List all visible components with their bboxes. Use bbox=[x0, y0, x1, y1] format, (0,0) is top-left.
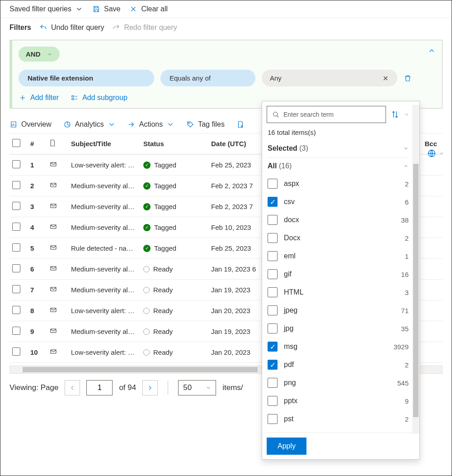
option-checkbox[interactable]: ✓ bbox=[268, 342, 278, 352]
more-tab[interactable] bbox=[236, 120, 245, 129]
filter-option[interactable]: docx38 bbox=[267, 211, 410, 229]
option-label: aspx bbox=[284, 180, 299, 188]
page-total: of 94 bbox=[119, 383, 136, 392]
add-subgroup-button[interactable]: Add subgroup bbox=[71, 94, 127, 102]
option-checkbox[interactable] bbox=[268, 378, 278, 388]
col-status[interactable]: Status bbox=[143, 140, 211, 148]
option-label: eml bbox=[284, 252, 296, 260]
filter-value-pill[interactable]: Any bbox=[262, 70, 397, 86]
filter-option[interactable]: gif16 bbox=[267, 265, 410, 283]
chevron-right-icon bbox=[146, 384, 154, 391]
option-checkbox[interactable] bbox=[268, 251, 278, 261]
filter-option[interactable]: png545 bbox=[267, 374, 410, 392]
svg-point-14 bbox=[273, 112, 278, 116]
filter-option[interactable]: ✓csv6 bbox=[267, 193, 410, 211]
row-checkbox[interactable] bbox=[12, 223, 20, 231]
overview-tab[interactable]: Overview bbox=[9, 120, 52, 129]
filter-field-pill[interactable]: Native file extension bbox=[19, 70, 154, 86]
saved-filter-queries-dropdown[interactable]: Saved filter queries bbox=[9, 5, 83, 13]
filter-option[interactable]: jpeg71 bbox=[267, 301, 410, 319]
select-all-checkbox[interactable] bbox=[12, 139, 20, 147]
col-bcc[interactable]: Bcc bbox=[417, 140, 440, 148]
analytics-tab[interactable]: Analytics bbox=[63, 120, 116, 129]
option-checkbox[interactable] bbox=[268, 179, 278, 189]
row-checkbox[interactable] bbox=[12, 347, 20, 356]
row-checkbox[interactable] bbox=[12, 327, 20, 335]
row-status: ✓Tagged bbox=[143, 244, 211, 252]
row-number: 1 bbox=[30, 161, 48, 169]
page-size-value: 50 bbox=[183, 383, 192, 392]
row-checkbox[interactable] bbox=[12, 306, 20, 314]
globe-dropdown[interactable] bbox=[427, 149, 444, 158]
delete-filter-icon[interactable] bbox=[404, 74, 412, 82]
selected-section-toggle[interactable]: Selected (3) bbox=[267, 140, 410, 157]
dropdown-search-input[interactable]: Enter search term bbox=[267, 106, 386, 123]
option-checkbox[interactable] bbox=[268, 414, 278, 424]
col-number[interactable]: # bbox=[30, 140, 48, 148]
option-checkbox[interactable]: ✓ bbox=[268, 197, 278, 207]
add-filter-button[interactable]: Add filter bbox=[19, 94, 59, 102]
operator-pill[interactable]: AND bbox=[19, 47, 60, 62]
tag-files-tab[interactable]: Tag files bbox=[186, 120, 225, 129]
actions-icon bbox=[127, 120, 136, 129]
option-checkbox[interactable] bbox=[268, 305, 278, 315]
option-checkbox[interactable] bbox=[268, 233, 278, 243]
option-label: jpg bbox=[284, 324, 293, 333]
prev-page-button[interactable] bbox=[65, 380, 80, 395]
row-checkbox[interactable] bbox=[12, 285, 20, 293]
close-icon[interactable] bbox=[382, 75, 389, 82]
panel-scrollbar[interactable] bbox=[412, 105, 419, 434]
actions-tab[interactable]: Actions bbox=[127, 120, 174, 129]
filters-heading: Filters bbox=[9, 24, 31, 32]
filter-option[interactable]: aspx2 bbox=[267, 175, 410, 193]
filter-option[interactable]: eml1 bbox=[267, 247, 410, 265]
option-checkbox[interactable] bbox=[268, 324, 278, 333]
option-checkbox[interactable] bbox=[268, 396, 278, 406]
filter-option[interactable]: jpg35 bbox=[267, 319, 410, 338]
filter-value-label: Any bbox=[270, 74, 282, 82]
row-number: 10 bbox=[30, 348, 48, 356]
filter-option[interactable]: HTML3 bbox=[267, 283, 410, 301]
save-button[interactable]: Save bbox=[92, 5, 120, 13]
row-checkbox[interactable] bbox=[12, 264, 20, 272]
clear-all-button[interactable]: Clear all bbox=[129, 5, 168, 13]
option-checkbox[interactable]: ✓ bbox=[268, 360, 278, 370]
row-date: Jan 20, 2023 bbox=[211, 348, 270, 356]
filter-option[interactable]: pptx9 bbox=[267, 392, 410, 410]
analytics-label: Analytics bbox=[75, 120, 104, 129]
mail-icon bbox=[48, 202, 58, 209]
save-label: Save bbox=[104, 5, 120, 13]
option-checkbox[interactable] bbox=[268, 287, 278, 297]
chevron-down-icon[interactable] bbox=[404, 112, 410, 117]
filter-condition-pill[interactable]: Equals any of bbox=[160, 70, 255, 86]
apply-button[interactable]: Apply bbox=[267, 438, 306, 455]
filter-option[interactable]: ✓pdf2 bbox=[267, 356, 410, 374]
row-checkbox[interactable] bbox=[12, 160, 20, 168]
status-ready-icon bbox=[143, 266, 150, 272]
row-checkbox[interactable] bbox=[12, 181, 20, 189]
page-input[interactable] bbox=[86, 380, 113, 395]
filter-option[interactable]: ✓msg3929 bbox=[267, 338, 410, 356]
option-count: 9 bbox=[405, 397, 409, 405]
filter-option[interactable]: Docx2 bbox=[267, 229, 410, 247]
filter-option[interactable]: pst2 bbox=[267, 410, 410, 428]
next-page-button[interactable] bbox=[142, 380, 158, 395]
option-checkbox[interactable] bbox=[268, 215, 278, 225]
option-checkbox[interactable] bbox=[268, 269, 278, 279]
col-subject[interactable]: Subject/Title bbox=[71, 140, 143, 148]
option-count: 16 bbox=[401, 271, 409, 278]
redo-icon bbox=[112, 24, 120, 32]
option-label: pdf bbox=[284, 361, 294, 369]
option-count: 6 bbox=[405, 198, 409, 206]
row-status: Ready bbox=[143, 328, 211, 335]
col-date[interactable]: Date (UTC) bbox=[211, 140, 270, 148]
mail-icon bbox=[48, 223, 58, 230]
page-size-select[interactable]: 50 bbox=[178, 380, 216, 395]
row-checkbox[interactable] bbox=[12, 243, 20, 252]
collapse-builder-button[interactable] bbox=[428, 47, 436, 56]
sort-icon[interactable] bbox=[391, 110, 400, 119]
undo-filter-button[interactable]: Undo filter query bbox=[39, 24, 104, 32]
all-section-toggle[interactable]: All (16) bbox=[267, 157, 410, 175]
row-checkbox[interactable] bbox=[12, 202, 20, 210]
status-ready-icon bbox=[143, 349, 150, 356]
